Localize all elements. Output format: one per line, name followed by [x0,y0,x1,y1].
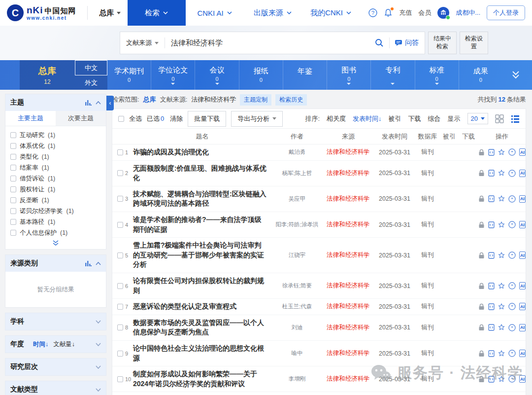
favorite-star-icon[interactable] [498,252,505,259]
result-source-link[interactable]: 法律和经济科学 [323,251,374,259]
more-databases-chevron[interactable] [507,60,532,90]
result-source-link[interactable]: 法律和经济科学 [323,302,374,311]
collapse-chevron-up-icon[interactable] [96,101,101,105]
checkbox[interactable] [10,208,16,214]
ai-badge-icon[interactable]: AI [519,375,526,383]
topic-filter-item[interactable]: 基本路径(1) [10,216,101,227]
ai-badge-icon[interactable]: AI [519,170,526,177]
tab-publish-source[interactable]: 出版来源 [244,0,302,26]
topic-filter-item[interactable]: 结案率(1) [10,162,101,173]
result-source-link[interactable]: 法律和经济科学 [323,375,374,383]
scope-value[interactable]: 总库 [143,95,156,104]
html-read-icon[interactable] [488,350,495,357]
lang-toggle-foreign[interactable]: 外文 [75,75,107,90]
result-title-link[interactable]: 谁是学术创新的推动者?——来自法学顶级期刊的证据 [133,215,271,234]
search-scope-select[interactable]: 文献来源 [126,38,165,47]
ai-badge-icon[interactable]: AI [519,303,526,310]
dbnav-item-standard[interactable]: 标准 0 [415,60,459,90]
result-authors[interactable]: 江骁宇 [271,251,323,259]
html-read-icon[interactable] [488,195,495,202]
sort-cited[interactable]: 被引 [389,114,401,123]
tab-my-cnki[interactable]: 我的CNKI [302,0,360,26]
html-read-icon[interactable] [488,376,495,383]
result-source-link[interactable]: 法律和经济科学 [323,195,374,203]
topic-filter-item[interactable]: 反垄断(1) [10,195,101,206]
sort-overall[interactable]: 综合 [428,114,441,123]
result-source-link[interactable]: 法律和经济科学 [323,220,374,229]
collapse-chevron-up-icon[interactable] [96,262,101,265]
result-title-link[interactable]: 雪上加霜?极端案件中社会舆论与司法审判的互动研究——基于邯郸少年被害案的实证分析 [133,241,271,270]
ai-badge-icon[interactable]: AI [519,350,526,357]
favorite-star-icon[interactable] [498,170,505,177]
search-input[interactable] [165,39,374,47]
display-count-select[interactable]: 20 [467,113,488,124]
checkbox[interactable] [10,219,16,225]
tab-main-topic[interactable]: 主要主题 [5,111,56,126]
checkbox[interactable] [10,165,16,171]
cnki-logo[interactable]: C nKi中国知网 www.cnki.net [7,0,82,26]
search-in-results-button[interactable]: 结果中检索 [428,32,457,54]
result-source-link[interactable]: 法律和经济科学 [323,148,374,156]
cite-quote-icon[interactable]: ” [508,195,516,203]
recharge-link[interactable]: 充值 [399,8,412,17]
year-sort-amount[interactable]: 文献量↓ [53,340,75,349]
checkbox[interactable] [10,186,16,192]
dbnav-item-patent[interactable]: 专利 [370,60,414,90]
ai-badge-icon[interactable]: AI [519,251,526,259]
result-authors[interactable]: 吴应甲 [271,195,323,203]
result-source-link[interactable]: 法律和经济科学 [323,349,374,358]
row-checkbox[interactable] [117,222,123,228]
grid-view-icon[interactable] [495,114,504,123]
result-authors[interactable]: 喻中 [271,350,323,357]
topic-filter-item[interactable]: 体系优化(1) [10,141,101,151]
ai-badge-icon[interactable]: AI [519,324,526,331]
topic-filter-item[interactable]: 诺贝尔经济学奖(1) [10,206,101,216]
result-title-link[interactable]: 论有限责任公司对内担保股权转让的裁判规则 [133,276,271,295]
dbnav-item-yearbook[interactable]: 年鉴 [283,60,327,90]
dbnav-item-zongku[interactable]: 总库 12 [20,60,75,90]
institution-avatar[interactable] [437,7,449,19]
qa-button[interactable]: 问答 [390,38,419,47]
subject-panel[interactable]: 学科 [5,313,106,330]
row-checkbox[interactable] [117,252,123,258]
topic-filter-item[interactable]: 借贷诉讼(1) [10,173,101,184]
topic-filter-item[interactable]: 类型化(1) [10,151,101,162]
row-checkbox[interactable] [117,376,123,382]
dbnav-item-newspaper[interactable]: 报纸 0 [239,60,283,90]
result-title-link[interactable]: 技术赋能、逻辑耦合与治理转型:区块链融入跨域环境司法的基本路径 [133,189,271,209]
checkbox[interactable] [10,197,16,203]
result-authors[interactable]: 杜玉兰;代森 [271,303,323,310]
topic-filter-item[interactable]: 个人信息保护(1) [10,227,101,238]
result-authors[interactable]: 徐承钰;简要 [271,282,323,289]
html-read-icon[interactable] [488,170,495,177]
checkbox[interactable] [10,154,16,160]
cite-quote-icon[interactable]: ” [508,324,516,331]
checkbox[interactable] [10,132,16,138]
result-title-link[interactable]: 制度如何形成以及如何影响繁荣——关于2024年诺贝尔经济学奖的贡献和评议 [133,369,271,389]
favorite-star-icon[interactable] [498,376,505,383]
hub-select[interactable]: 总库 [93,0,128,26]
ai-badge-icon[interactable]: AI [519,195,526,203]
list-view-icon[interactable] [511,114,520,123]
result-authors[interactable]: 刘迪 [271,324,323,331]
cite-quote-icon[interactable]: ” [508,148,516,156]
help-icon[interactable]: ? [368,8,377,17]
member-link[interactable]: 会员 [418,8,431,17]
ai-badge-icon[interactable]: AI [519,221,526,228]
result-authors[interactable]: 戴治勇 [271,148,323,156]
dbnav-item-book[interactable]: 图书 0 [327,60,370,90]
topic-expand-more-chevron[interactable] [5,239,106,249]
dbnav-item-journal[interactable]: 学术期刊 0 [107,60,151,90]
result-source-link[interactable]: 法律和经济科学 [323,323,374,332]
html-read-icon[interactable] [488,324,495,331]
batch-download-button[interactable]: 批量下载 [188,111,226,127]
research-level-panel[interactable]: 研究层次 [5,358,106,376]
row-checkbox[interactable] [117,149,123,155]
lang-toggle-chinese[interactable]: 中文 [75,60,107,75]
checkbox[interactable] [10,176,16,181]
favorite-star-icon[interactable] [498,283,505,289]
sidebar-collapse-handle[interactable]: ‹ [106,96,114,110]
export-analyze-button[interactable]: 导出与分析 [231,111,283,127]
cite-quote-icon[interactable]: ” [508,303,516,310]
row-checkbox[interactable] [117,324,123,330]
